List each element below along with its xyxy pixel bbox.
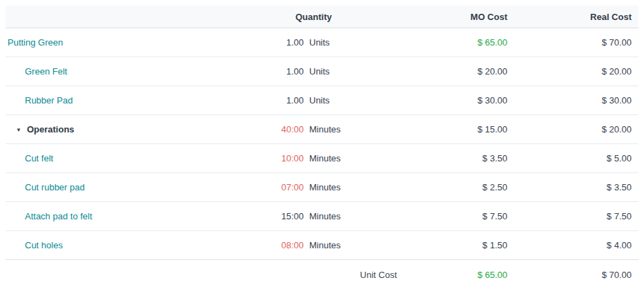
row-quantity: 1.00 — [248, 86, 304, 115]
header-mo-cost: MO Cost — [416, 6, 518, 28]
row-real-cost: $ 70.00 — [518, 28, 638, 57]
row-name-wrap: Green Felt — [8, 66, 67, 77]
row-quantity: 08:00 — [248, 231, 304, 260]
row-name-link[interactable]: Putting Green — [8, 37, 63, 48]
row-real-cost: $ 30.00 — [518, 86, 638, 115]
header-real-cost: Real Cost — [518, 6, 638, 28]
row-name-cell: ▼Operations — [6, 115, 248, 144]
row-real-cost: $ 7.50 — [518, 202, 638, 231]
row-unit: Units — [304, 86, 416, 115]
table-row: Green Felt 1.00 Units $ 20.00 $ 20.00 — [6, 57, 638, 86]
row-name-wrap: ▼Operations — [16, 124, 75, 134]
row-real-cost: $ 3.50 — [518, 173, 638, 202]
row-unit: Units — [304, 28, 416, 57]
mo-cost-overview: Quantity MO Cost Real Cost Putting Green… — [0, 0, 644, 289]
table-header: Quantity MO Cost Real Cost — [6, 6, 638, 28]
row-mo-cost: $ 65.00 — [416, 28, 518, 57]
row-mo-cost: $ 3.50 — [416, 144, 518, 173]
row-quantity: 1.00 — [248, 57, 304, 86]
row-name-cell: Attach pad to felt — [6, 202, 248, 231]
row-unit: Units — [304, 57, 416, 86]
row-name-wrap: Attach pad to felt — [8, 211, 92, 221]
table-footer: Unit Cost $ 65.00 $ 70.00 — [6, 260, 638, 289]
unit-cost-row: Unit Cost $ 65.00 $ 70.00 — [6, 260, 638, 289]
row-name-cell: Cut felt — [6, 144, 248, 173]
row-name-link[interactable]: Cut rubber pad — [25, 182, 85, 192]
row-mo-cost: $ 15.00 — [416, 115, 518, 144]
row-real-cost: $ 4.00 — [518, 231, 638, 260]
unit-cost-real-value: $ 70.00 — [518, 260, 638, 289]
row-name-link[interactable]: Cut felt — [25, 153, 53, 163]
row-name-cell: Green Felt — [6, 57, 248, 86]
row-quantity: 07:00 — [248, 173, 304, 202]
row-name-wrap: Cut holes — [8, 240, 63, 250]
row-name-wrap: Rubber Pad — [8, 95, 72, 106]
unit-cost-mo-value: $ 65.00 — [416, 260, 518, 289]
row-name-cell: Cut holes — [6, 231, 248, 260]
row-unit: Minutes — [304, 202, 416, 231]
table-row: Rubber Pad 1.00 Units $ 30.00 $ 30.00 — [6, 86, 638, 115]
row-unit: Minutes — [304, 144, 416, 173]
row-name-link[interactable]: Attach pad to felt — [25, 211, 92, 221]
row-real-cost: $ 20.00 — [518, 115, 638, 144]
row-real-cost: $ 20.00 — [518, 57, 638, 86]
row-name-link[interactable]: Cut holes — [25, 240, 63, 250]
row-name-wrap: Cut rubber pad — [8, 182, 85, 192]
row-name-link[interactable]: Rubber Pad — [25, 95, 72, 106]
row-unit: Minutes — [304, 173, 416, 202]
row-mo-cost: $ 30.00 — [416, 86, 518, 115]
caret-down-icon[interactable]: ▼ — [16, 127, 21, 133]
header-quantity: Quantity — [248, 6, 416, 28]
row-mo-cost: $ 7.50 — [416, 202, 518, 231]
table-row: Cut holes 08:00 Minutes $ 1.50 $ 4.00 — [6, 231, 638, 260]
row-mo-cost: $ 2.50 — [416, 173, 518, 202]
row-quantity: 40:00 — [248, 115, 304, 144]
row-name-cell: Cut rubber pad — [6, 173, 248, 202]
table-row: ▼Operations 40:00 Minutes $ 15.00 $ 20.0… — [6, 115, 638, 144]
row-mo-cost: $ 1.50 — [416, 231, 518, 260]
table-row: Attach pad to felt 15:00 Minutes $ 7.50 … — [6, 202, 638, 231]
table-row: Putting Green 1.00 Units $ 65.00 $ 70.00 — [6, 28, 638, 57]
row-unit: Minutes — [304, 231, 416, 260]
table-row: Cut rubber pad 07:00 Minutes $ 2.50 $ 3.… — [6, 173, 638, 202]
row-quantity: 15:00 — [248, 202, 304, 231]
header-name — [6, 6, 248, 28]
row-name-link[interactable]: Green Felt — [25, 66, 67, 77]
row-quantity: 10:00 — [248, 144, 304, 173]
row-name-cell: Putting Green — [6, 28, 248, 57]
row-name-wrap: Putting Green — [8, 37, 63, 48]
table-body: Putting Green 1.00 Units $ 65.00 $ 70.00… — [6, 28, 638, 260]
row-name-cell: Rubber Pad — [6, 86, 248, 115]
cost-analysis-table: Quantity MO Cost Real Cost Putting Green… — [6, 6, 638, 289]
unit-cost-label: Unit Cost — [6, 260, 416, 289]
row-name-wrap: Cut felt — [8, 153, 53, 163]
row-name-link[interactable]: Operations — [27, 124, 75, 134]
row-mo-cost: $ 20.00 — [416, 57, 518, 86]
row-real-cost: $ 5.00 — [518, 144, 638, 173]
row-quantity: 1.00 — [248, 28, 304, 57]
table-row: Cut felt 10:00 Minutes $ 3.50 $ 5.00 — [6, 144, 638, 173]
row-unit: Minutes — [304, 115, 416, 144]
